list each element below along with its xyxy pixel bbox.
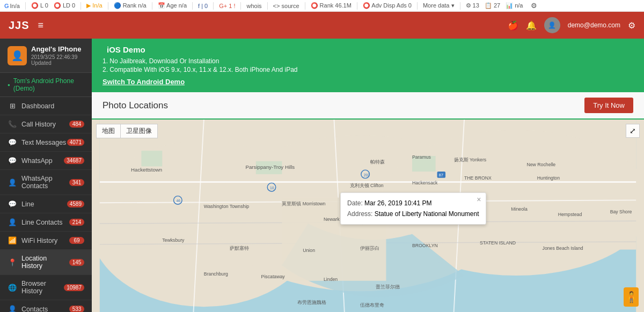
sidebar-item-label: Location History: [21, 255, 69, 270]
svg-text:Parsippany-Troy Hills: Parsippany-Troy Hills: [245, 164, 295, 170]
ios-banner: iOS Demo 1. No Jailbreak, Download Or In…: [92, 39, 644, 92]
demo-device[interactable]: Tom's Android Phone (Demo): [0, 73, 92, 97]
svg-text:伊丽莎白: 伊丽莎白: [360, 246, 379, 251]
svg-text:STATEN ISLAND: STATEN ISLAND: [480, 240, 516, 246]
dashboard-icon: ⊞: [8, 102, 17, 110]
svg-text:萨默塞特: 萨默塞特: [230, 246, 249, 251]
toolbar-ld: ⭕ LD 0: [54, 2, 75, 9]
sidebar-item-dashboard[interactable]: ⊞ Dashboard: [0, 97, 92, 115]
page-header: Photo Locations Try It Now: [92, 92, 644, 120]
app-logo: JJS: [9, 19, 30, 32]
sidebar-item-call-history[interactable]: 📞 Call History 484: [0, 115, 92, 133]
contacts-icon: 👤: [8, 305, 17, 312]
sidebar-item-browser-history[interactable]: 🌐 Browser History 10987: [0, 275, 92, 300]
toolbar-more[interactable]: More data ▾: [423, 2, 455, 9]
user-email: demo@demo.com: [568, 21, 620, 29]
ios-banner-point-2: 2. Compatible With iOS 9.x, 10.x, 11.x &…: [103, 66, 633, 73]
svg-text:Hackettstown: Hackettstown: [131, 167, 162, 173]
svg-text:Washington Township: Washington Township: [204, 204, 249, 209]
location-icon: 📍: [8, 258, 17, 266]
wifi-icon: 📶: [8, 236, 17, 244]
svg-text:BROOKLYN: BROOKLYN: [412, 243, 438, 248]
svg-text:扬克斯 Yonkers: 扬克斯 Yonkers: [454, 157, 487, 162]
apple-icon[interactable]: 🍎: [508, 20, 518, 31]
browser-icon: 🌐: [8, 284, 17, 292]
sidebar-item-label: Dashboard: [21, 102, 84, 110]
svg-text:202: 202: [364, 173, 370, 177]
whatsapp-icon: 💬: [8, 157, 17, 165]
satellite-view-button[interactable]: 卫星图像: [120, 124, 158, 138]
toolbar-count2: 📋 27: [485, 2, 500, 9]
sidebar-item-label: WhatsApp Contacts: [21, 175, 69, 190]
device-avatar: 👤: [8, 46, 27, 65]
toolbar-google: G In/a: [4, 3, 20, 9]
svg-text:10: 10: [270, 186, 274, 190]
svg-text:布劳恩施魏格: 布劳恩施魏格: [298, 300, 327, 305]
line-icon: 💬: [8, 200, 17, 208]
sidebar-item-whatsapp-contacts[interactable]: 👤 WhatsApp Contacts 341: [0, 170, 92, 195]
svg-text:Tewksbury: Tewksbury: [162, 237, 185, 243]
header-icons: 🍎 🔔 👤 demo@demo.com ⚙: [508, 17, 635, 33]
sidebar-item-line-contacts[interactable]: 👤 Line Contacts 214: [0, 213, 92, 232]
sidebar-item-line[interactable]: 💬 Line 4589: [0, 195, 92, 213]
sidebar-item-wifi-history[interactable]: 📶 WiFi History 69: [0, 232, 92, 250]
svg-text:帕特森: 帕特森: [370, 159, 385, 165]
svg-text:莫里斯镇 Morristown: 莫里斯镇 Morristown: [282, 201, 325, 206]
toolbar-settings[interactable]: ⚙: [531, 2, 537, 10]
text-messages-badge: 4071: [67, 139, 84, 146]
sidebar-item-location-history[interactable]: 📍 Location History 145: [0, 250, 92, 275]
toolbar-adv: ⭕ Adv Disp Ads 0: [363, 2, 412, 9]
svg-text:Hackensack: Hackensack: [412, 180, 438, 185]
svg-text:Mineola: Mineola: [511, 206, 528, 212]
device-name: Angel's IPhone: [31, 45, 84, 53]
svg-text:Paramus: Paramus: [412, 154, 431, 160]
svg-text:Union: Union: [303, 248, 315, 253]
svg-text:Piscataway: Piscataway: [261, 274, 286, 279]
main-content: iOS Demo 1. No Jailbreak, Download Or In…: [92, 39, 644, 312]
sidebar-item-text-messages[interactable]: 💬 Text Messages 4071: [0, 133, 92, 152]
toolbar-bing: ▶ In/a: [86, 2, 102, 9]
toolbar-count3: 📊 n/a: [506, 2, 523, 9]
toolbar-rank: 🔵 Rank n/a: [114, 2, 147, 9]
map-view-button[interactable]: 地图: [96, 124, 120, 138]
svg-text:Huntington: Huntington: [537, 175, 560, 181]
menu-icon[interactable]: ≡: [38, 20, 44, 31]
street-view-figurine[interactable]: 🧍: [624, 287, 639, 307]
call-icon: 📞: [8, 120, 17, 128]
toolbar-count1: ⚙ 13: [466, 2, 479, 9]
toolbar-source[interactable]: <> source: [273, 3, 299, 9]
svg-text:46: 46: [176, 199, 180, 203]
popup-close-button[interactable]: ×: [477, 195, 481, 204]
notification-icon[interactable]: 🔔: [526, 20, 537, 31]
map-expand-button[interactable]: ⤢: [626, 124, 640, 138]
sidebar-item-contacts[interactable]: 👤 Contacts 533: [0, 300, 92, 312]
settings-icon[interactable]: ⚙: [628, 20, 635, 31]
svg-text:Linden: Linden: [324, 277, 338, 282]
sidebar-item-label: Text Messages: [21, 139, 67, 146]
whatsapp-badge: 34687: [64, 157, 84, 164]
ios-banner-point-1: 1. No Jailbreak, Download Or Installatio…: [103, 57, 633, 65]
sidebar-item-whatsapp[interactable]: 💬 WhatsApp 34687: [0, 152, 92, 170]
toolbar-fb: f | 0: [198, 3, 208, 9]
map-popup: × Date: Mar 26, 2019 10:41 PM Address: S…: [340, 192, 486, 225]
switch-android-link[interactable]: Switch To Android Demo: [103, 78, 185, 86]
wifi-history-badge: 69: [69, 237, 84, 244]
svg-text:Jones Beach Island: Jones Beach Island: [543, 246, 583, 251]
toolbar-age: 📅 Age n/a: [158, 2, 187, 9]
map-container: Hackettstown Parsippany-Troy Hills 帕特森 P…: [92, 120, 644, 312]
browser-history-badge: 10987: [64, 284, 84, 291]
toolbar-whois[interactable]: whois: [246, 3, 261, 9]
map-controls: 地图 卫星图像: [96, 124, 158, 138]
device-info: 👤 Angel's IPhone 2019/3/25 22:46:39 Upda…: [0, 39, 92, 73]
user-avatar: 👤: [544, 17, 560, 33]
svg-text:伍德布里奇: 伍德布里奇: [360, 302, 384, 308]
main-layout: 👤 Angel's IPhone 2019/3/25 22:46:39 Upda…: [0, 39, 644, 312]
sidebar-item-label: Call History: [21, 121, 69, 128]
popup-date-value: Mar 26, 2019 10:41 PM: [364, 199, 431, 207]
seo-toolbar: G In/a ⭕ L 0 ⭕ LD 0 ▶ In/a 🔵 Rank n/a 📅 …: [0, 0, 644, 12]
sidebar-item-label: Browser History: [21, 280, 64, 295]
sidebar-item-label: Line: [21, 200, 67, 208]
svg-text:普兰菲尔德: 普兰菲尔德: [376, 284, 400, 289]
app-header: JJS ≡ 🍎 🔔 👤 demo@demo.com ⚙: [0, 12, 644, 39]
try-now-button[interactable]: Try It Now: [584, 98, 633, 113]
